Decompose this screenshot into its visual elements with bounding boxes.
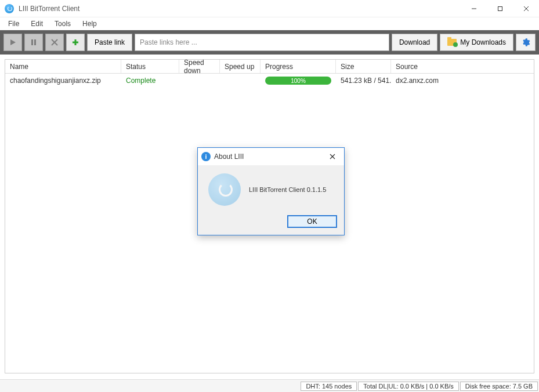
dialog-body: LIII BitTorrent Client 0.1.1.5 — [198, 165, 344, 212]
ok-label: OK — [307, 217, 317, 226]
dialog-close-button[interactable] — [324, 150, 341, 163]
dialog-title: About LIII — [214, 153, 324, 161]
app-logo-icon — [208, 173, 241, 206]
info-icon: i — [201, 152, 211, 161]
dialog-backdrop: i About LIII LIII BitTorrent Client 0.1.… — [0, 0, 539, 392]
about-dialog: i About LIII LIII BitTorrent Client 0.1.… — [197, 147, 345, 235]
dialog-message: LIII BitTorrent Client 0.1.1.5 — [249, 186, 326, 193]
ok-button[interactable]: OK — [287, 215, 337, 228]
dialog-footer: OK — [198, 212, 344, 235]
dialog-titlebar: i About LIII — [198, 148, 344, 165]
